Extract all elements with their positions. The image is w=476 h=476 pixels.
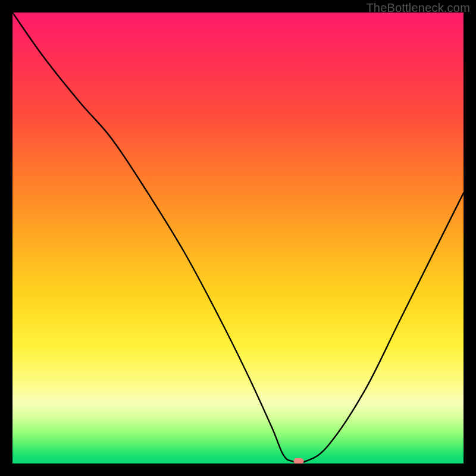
watermark-text: TheBottleneck.com	[366, 1, 470, 15]
plot-area	[12, 12, 464, 464]
bottleneck-curve	[12, 12, 464, 464]
chart-frame: TheBottleneck.com	[0, 0, 476, 476]
optimal-point-marker	[294, 458, 304, 464]
curve-path	[12, 12, 464, 463]
